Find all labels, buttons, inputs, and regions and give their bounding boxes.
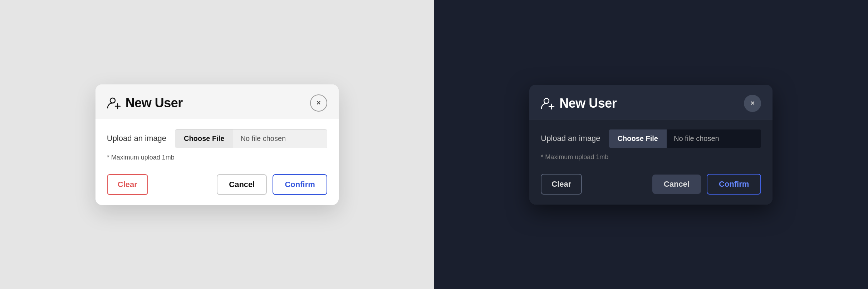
dark-clear-button[interactable]: Clear	[541, 174, 582, 195]
light-no-file-text: No file chosen	[233, 129, 327, 148]
light-clear-button[interactable]: Clear	[107, 174, 148, 195]
light-modal: New User × Upload an image Choose File N…	[95, 84, 339, 205]
dark-modal-footer: Clear Cancel Confirm	[541, 171, 761, 195]
svg-point-0	[110, 98, 115, 103]
user-add-icon-light	[107, 96, 121, 110]
dark-modal-title: New User	[559, 96, 617, 111]
light-upload-label: Upload an image	[107, 134, 166, 143]
light-modal-body: Upload an image Choose File No file chos…	[95, 119, 339, 205]
dark-close-button[interactable]: ×	[744, 95, 761, 112]
dark-choose-file-button[interactable]: Choose File	[609, 129, 667, 148]
dark-file-row: Upload an image Choose File No file chos…	[541, 129, 761, 148]
light-title-group: New User	[107, 95, 183, 111]
dark-confirm-button[interactable]: Confirm	[707, 174, 761, 195]
light-cancel-button[interactable]: Cancel	[217, 174, 267, 195]
light-confirm-button[interactable]: Confirm	[273, 174, 327, 195]
light-modal-header: New User ×	[95, 84, 339, 119]
dark-modal-header: New User ×	[529, 85, 773, 119]
dark-max-size-note: * Maximum upload 1mb	[541, 153, 761, 161]
light-file-row: Upload an image Choose File No file chos…	[107, 129, 327, 148]
dark-panel: New User × Upload an image Choose File N…	[434, 0, 868, 289]
user-add-icon-dark	[541, 96, 555, 111]
light-modal-footer: Clear Cancel Confirm	[107, 171, 327, 195]
svg-point-3	[544, 98, 549, 103]
light-modal-title: New User	[126, 95, 183, 111]
light-file-input-wrapper: Choose File No file chosen	[175, 129, 327, 148]
light-close-button[interactable]: ×	[310, 94, 327, 112]
dark-title-group: New User	[541, 96, 617, 111]
dark-modal: New User × Upload an image Choose File N…	[529, 85, 773, 205]
dark-cancel-button[interactable]: Cancel	[652, 175, 701, 194]
dark-no-file-text: No file chosen	[667, 129, 761, 148]
light-panel: New User × Upload an image Choose File N…	[0, 0, 434, 289]
dark-upload-label: Upload an image	[541, 134, 600, 143]
light-max-size-note: * Maximum upload 1mb	[107, 154, 327, 161]
dark-modal-body: Upload an image Choose File No file chos…	[529, 119, 773, 205]
light-choose-file-button[interactable]: Choose File	[175, 129, 233, 148]
dark-file-input-wrapper: Choose File No file chosen	[609, 129, 761, 148]
